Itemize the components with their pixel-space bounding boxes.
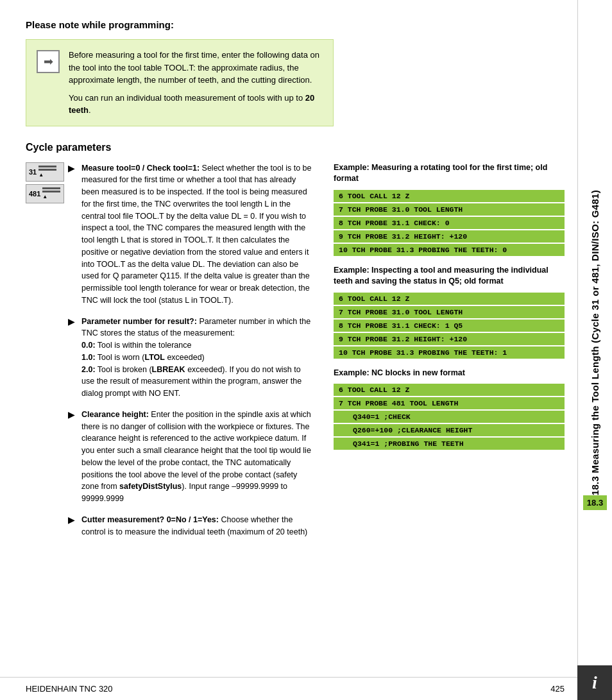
- right-column: Example: Measuring a rotating tool for t…: [334, 162, 565, 538]
- param-item-4: ▶ Cutter measurement? 0=No / 1=Yes: Choo…: [68, 514, 314, 538]
- param-item-2: ▶ Parameter number for result?: Paramete…: [68, 316, 314, 400]
- arrow-icon: [37, 50, 60, 73]
- example-1: Example: Measuring a rotating tool for t…: [334, 162, 565, 256]
- code-line: 8 TCH PROBE 31.1 CHECK: 0: [334, 217, 565, 229]
- example-2: Example: Inspecting a tool and measuring…: [334, 265, 565, 359]
- cycle-params-section: Cycle parameters 31 ▲: [26, 142, 565, 538]
- code-line: 8 TCH PROBE 31.1 CHECK: 1 Q5: [334, 320, 565, 332]
- side-tab: 18.3 Measuring the Tool Length (Cycle 31…: [577, 0, 612, 700]
- left-column: 31 ▲ 481: [26, 162, 314, 538]
- cycle-icons: 31 ▲ 481: [26, 162, 64, 538]
- code-line: 7 TCH PROBE 481 TOOL LENGTH: [334, 397, 565, 409]
- example-1-title: Example: Measuring a rotating tool for t…: [334, 162, 565, 185]
- footer-left: HEIDENHAIN TNC 320: [26, 684, 113, 694]
- code-line-indent: Q341=1 ;PROBING THE TEETH: [334, 438, 565, 450]
- please-note-section: Please note while programming: Before me…: [26, 19, 565, 126]
- cycle-icon-481: 481 ▲: [26, 184, 64, 203]
- code-line: 9 TCH PROBE 31.2 HEIGHT: +120: [334, 230, 565, 243]
- note-text: Before measuring a tool for the first ti…: [69, 49, 323, 117]
- code-line: 6 TOOL CALL 12 Z: [334, 384, 565, 396]
- cycle-params-title: Cycle parameters: [26, 142, 565, 153]
- note-paragraph-2: You can run an individual tooth measurem…: [69, 92, 323, 117]
- code-line: 10 TCH PROBE 31.3 PROBING THE TEETH: 0: [334, 244, 565, 256]
- code-line: 6 TOOL CALL 12 Z: [334, 293, 565, 305]
- code-line: 10 TCH PROBE 31.3 PROBING THE TEETH: 1: [334, 346, 565, 359]
- param-item-1: ▶ Measure tool=0 / Check tool=1: Select …: [68, 162, 314, 307]
- code-line: 9 TCH PROBE 31.2 HEIGHT: +120: [334, 333, 565, 345]
- side-tab-label: 18.3 Measuring the Tool Length (Cycle 31…: [590, 190, 600, 495]
- cycle-icon-31: 31 ▲: [26, 162, 64, 182]
- param-list: ▶ Measure tool=0 / Check tool=1: Select …: [68, 162, 314, 538]
- side-tab-text: 18.3 Measuring the Tool Length (Cycle 31…: [590, 190, 600, 495]
- code-line: 6 TOOL CALL 12 Z: [334, 190, 565, 202]
- example-3-title: Example: NC blocks in new format: [334, 368, 565, 379]
- example-2-code: 6 TOOL CALL 12 Z 7 TCH PROBE 31.0 TOOL L…: [334, 293, 565, 359]
- code-line-indent: Q260=+100 ;CLEARANCE HEIGHT: [334, 424, 565, 436]
- example-2-title: Example: Inspecting a tool and measuring…: [334, 265, 565, 287]
- info-box: i: [577, 665, 612, 700]
- page-footer: HEIDENHAIN TNC 320 425: [0, 677, 577, 700]
- note-paragraph-1: Before measuring a tool for the first ti…: [69, 49, 323, 87]
- example-3-code: 6 TOOL CALL 12 Z 7 TCH PROBE 481 TOOL LE…: [334, 384, 565, 450]
- please-note-title: Please note while programming:: [26, 19, 565, 30]
- code-line: 7 TCH PROBE 31.0 TOOL LENGTH: [334, 203, 565, 216]
- info-icon: i: [592, 672, 597, 693]
- code-line-indent: Q340=1 ;CHECK: [334, 411, 565, 423]
- footer-right: 425: [550, 684, 565, 694]
- param-item-3: ▶ Clearance height: Enter the position i…: [68, 409, 314, 505]
- code-line: 7 TCH PROBE 31.0 TOOL LENGTH: [334, 306, 565, 318]
- example-1-code: 6 TOOL CALL 12 Z 7 TCH PROBE 31.0 TOOL L…: [334, 190, 565, 256]
- note-box: Before measuring a tool for the first ti…: [26, 39, 334, 126]
- example-3: Example: NC blocks in new format 6 TOOL …: [334, 368, 565, 450]
- side-tab-highlight: 18.3: [583, 495, 607, 510]
